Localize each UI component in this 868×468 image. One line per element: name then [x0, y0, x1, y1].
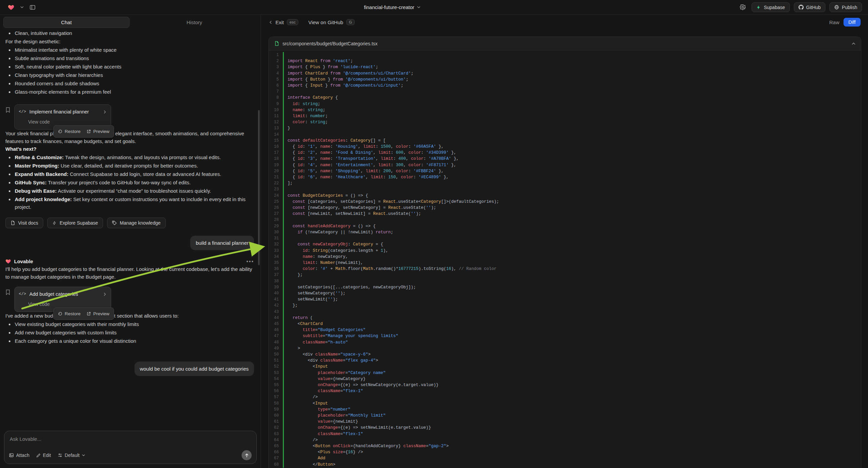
- code-viewer-header: Exit esc View on GitHub G Raw Diff: [261, 15, 868, 30]
- attach-button[interactable]: Attach: [9, 452, 30, 458]
- tab-history[interactable]: History: [131, 17, 258, 28]
- tab-chat[interactable]: Chat: [3, 17, 129, 28]
- chevron-left-icon: [269, 21, 273, 24]
- line-number: 14: [269, 131, 283, 138]
- list-item: Add new budget categories with custom li…: [14, 329, 254, 337]
- line-number: 62: [269, 425, 283, 431]
- publish-button[interactable]: Publish: [829, 2, 862, 12]
- code-line: 53 placeholder="Category name": [269, 370, 861, 376]
- code-line: 41 setNewLimit('');: [269, 296, 861, 302]
- code-line: 30 if (!newCategory || !newLimit) return…: [269, 229, 861, 235]
- line-number: 21: [269, 174, 283, 180]
- explore-supabase-button[interactable]: Explore Supabase: [47, 217, 103, 228]
- visit-docs-button[interactable]: Visit docs: [5, 217, 43, 228]
- line-number: 63: [269, 431, 283, 437]
- line-number: 40: [269, 290, 283, 296]
- version-card-add-budget-categories[interactable]: </> Add budget categories View code Rest…: [14, 287, 111, 312]
- list-item: GitHub Sync: Transfer your project’s cod…: [14, 179, 254, 186]
- supabase-bolt-icon: [52, 221, 57, 225]
- restore-icon: [58, 129, 62, 134]
- line-number: 6: [269, 83, 283, 89]
- code-line: 27 const [newLimit, setNewLimit] = React…: [269, 211, 861, 217]
- code-line: 58 <Input: [269, 401, 861, 407]
- diff-toggle[interactable]: Diff: [843, 18, 861, 27]
- lovable-logo-heart-icon[interactable]: [6, 2, 16, 12]
- list-item: Clean, intuitive navigation: [14, 29, 254, 37]
- code-line: 61 value={newLimit}: [269, 419, 861, 425]
- chat-message-list[interactable]: Clean, intuitive navigation For the desi…: [0, 29, 261, 428]
- restore-button[interactable]: Restore: [58, 127, 81, 135]
- line-number: 26: [269, 205, 283, 211]
- document-icon: [10, 221, 15, 225]
- restore-button[interactable]: Restore: [58, 310, 81, 318]
- code-line: 40 setNewCategory('');: [269, 290, 861, 296]
- assistant-name: Lovable: [14, 258, 33, 265]
- collapse-chevron-up-icon[interactable]: [851, 41, 856, 46]
- chevron-right-icon: [103, 110, 107, 114]
- logo-chevron-down-icon[interactable]: [20, 2, 24, 12]
- default-mode-selector[interactable]: Default: [58, 452, 85, 458]
- code-line: 8interface Category {: [269, 95, 861, 101]
- code-line: 18 { id: '3', name: 'Transportation', li…: [269, 156, 861, 162]
- version-card-implement-financial-planner[interactable]: </> Implement financial planner View cod…: [14, 105, 111, 129]
- raw-toggle[interactable]: Raw: [829, 20, 839, 25]
- edit-button[interactable]: Edit: [36, 452, 51, 458]
- view-on-github-link[interactable]: View on GitHub G: [308, 19, 355, 25]
- code-line: 66 <Plus size={16} />: [269, 449, 861, 455]
- supabase-button[interactable]: Supabase: [751, 2, 789, 12]
- chat-input[interactable]: [9, 435, 252, 444]
- list-item: Glass-morphic elements for a premium fee…: [14, 88, 254, 96]
- line-number: 39: [269, 284, 283, 290]
- version-card-header[interactable]: </> Implement financial planner: [19, 108, 107, 116]
- preview-button[interactable]: Preview: [87, 310, 110, 318]
- code-line: 49 >: [269, 346, 861, 351]
- code-line: 2import React from 'react';: [269, 58, 861, 64]
- line-number: 67: [269, 455, 283, 461]
- chevron-right-icon: [103, 292, 107, 296]
- line-number: 66: [269, 449, 283, 455]
- line-number: 17: [269, 150, 283, 156]
- code-line: 52 <Input: [269, 363, 861, 370]
- view-code-link[interactable]: View code: [28, 300, 107, 308]
- code-line: 45 <ChartCard: [269, 321, 861, 327]
- manage-knowledge-button[interactable]: Manage knowledge: [107, 217, 165, 228]
- chat-scrollbar[interactable]: [258, 110, 260, 265]
- settings-gear-icon[interactable]: [738, 2, 748, 12]
- list-item: Minimalist interface with plenty of whit…: [14, 46, 254, 54]
- more-options-icon[interactable]: •••: [246, 258, 254, 265]
- whats-next-title: What's next?: [5, 145, 254, 153]
- github-button[interactable]: GitHub: [794, 2, 826, 12]
- file-header[interactable]: src/components/budget/BudgetCategories.t…: [269, 37, 861, 50]
- exit-button[interactable]: Exit esc: [269, 19, 298, 25]
- whats-next-list: Refine & Customize: Tweak the design, an…: [5, 153, 254, 211]
- version-card-header[interactable]: </> Add budget categories: [19, 290, 107, 298]
- list-item: Debug with Ease: Activate our experiment…: [14, 187, 254, 195]
- code-line: 26 const [newCategory, setNewCategory] =…: [269, 205, 861, 211]
- code-line: 68 </Button>: [269, 462, 861, 468]
- bookmark-icon[interactable]: [5, 107, 10, 113]
- line-number: 10: [269, 107, 283, 113]
- code-line: 22];: [269, 180, 861, 186]
- code-line: 33 id: String(categories.length + 1),: [269, 248, 861, 254]
- external-link-icon: [87, 312, 91, 316]
- preview-button[interactable]: Preview: [87, 127, 110, 135]
- project-name-menu[interactable]: financial-future-creator: [364, 4, 421, 10]
- send-button[interactable]: [242, 450, 252, 460]
- bookmark-icon[interactable]: [5, 289, 10, 295]
- line-number: 55: [269, 382, 283, 388]
- code-line: 14: [269, 131, 861, 138]
- code-content[interactable]: 1 2import React from 'react';3import { P…: [269, 50, 861, 468]
- code-line: 62 onChange={(e) => setNewLimit(e.target…: [269, 425, 861, 431]
- list-item: Each category gets a unique color for vi…: [14, 337, 254, 345]
- line-number: 15: [269, 138, 283, 144]
- external-link-icon: [87, 129, 91, 134]
- code-line: 4import ChartCard from '@/components/ui/…: [269, 70, 861, 77]
- sidebar-toggle-icon[interactable]: [28, 2, 38, 12]
- view-code-link[interactable]: View code: [28, 118, 107, 126]
- list-item: Clean typography with clear hierarchies: [14, 71, 254, 79]
- line-number: 16: [269, 144, 283, 150]
- code-line: 56 className="flex-1": [269, 388, 861, 394]
- assistant-intro-text: I'll help you add budget categories to t…: [5, 265, 254, 281]
- code-line: 25 const [categories, setCategories] = R…: [269, 199, 861, 205]
- line-number: 4: [269, 70, 283, 77]
